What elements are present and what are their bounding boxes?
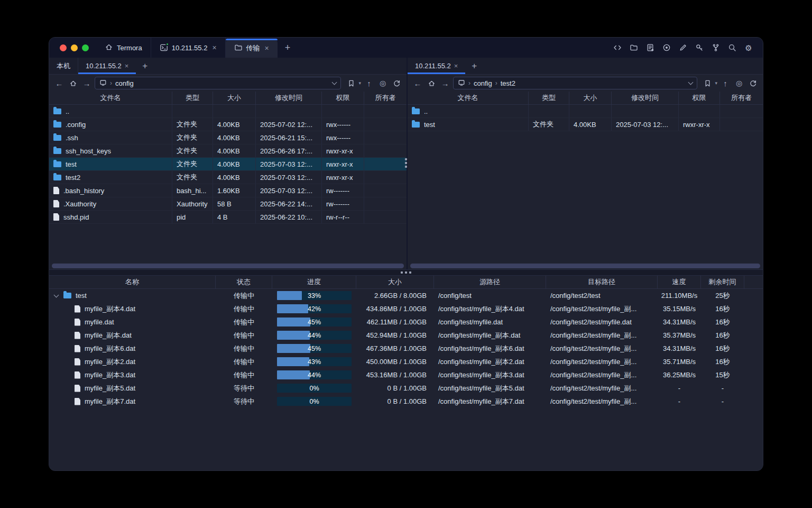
log-icon[interactable] [645,43,655,52]
column-header-modified[interactable]: 修改时间 [256,92,322,104]
close-icon[interactable]: × [212,43,216,52]
close-icon[interactable]: × [125,62,129,70]
home-icon[interactable] [426,77,437,89]
transfer-row[interactable]: myfile_副本.dat 传输中 44% 452.94MB / 1.00GB … [49,329,763,342]
panel-splitter[interactable] [407,58,408,269]
chevron-down-icon[interactable] [688,79,694,85]
code-icon[interactable] [613,43,622,52]
breadcrumb-segment[interactable]: config [474,79,492,87]
show-hidden-icon[interactable]: ◎ [733,77,745,89]
transfer-row[interactable]: myfile_副本7.dat 等待中 0% 0 B / 1.00GB /conf… [49,395,763,408]
edit-icon[interactable] [678,43,688,52]
scrollbar-thumb[interactable] [52,264,404,268]
breadcrumb[interactable]: › config [95,77,341,89]
tab-transfer[interactable]: 传输 × [226,39,278,58]
column-header-remaining[interactable]: 剩余时间 [701,276,744,288]
progress-bar: 44% [277,331,352,340]
file-row[interactable]: .Xauthority Xauthority 58 B 2025-06-22 1… [49,197,407,211]
forward-icon[interactable]: → [81,77,93,89]
progress-bar: 0% [277,397,352,406]
new-tab-button[interactable]: + [278,38,298,58]
column-header-owner[interactable]: 所有者 [720,92,763,104]
close-icon[interactable]: × [265,44,269,52]
file-row[interactable]: .ssh 文件夹 4.00KB 2025-06-21 15:... rwx---… [49,131,407,144]
transfer-row[interactable]: myfile_副本4.dat 传输中 42% 434.86MB / 1.00GB… [49,302,763,315]
transfer-row[interactable]: test 传输中 33% 2.66GB / 8.00GB /config/tes… [49,289,763,302]
left-horizontal-scrollbar[interactable] [49,262,407,269]
column-header-owner[interactable]: 所有者 [364,92,407,104]
refresh-icon[interactable] [747,77,759,89]
right-horizontal-scrollbar[interactable] [408,262,763,269]
tab-remote-left[interactable]: 10.211.55.2 × [78,58,136,74]
forward-icon[interactable]: → [439,77,451,89]
close-icon[interactable]: × [454,62,458,70]
back-icon[interactable]: ← [412,77,423,89]
bookmark-dropdown-arrow-icon[interactable]: ▾ [358,80,361,86]
back-icon[interactable]: ← [53,77,65,89]
tab-ssh-session[interactable]: 10.211.55.2 × [151,38,226,58]
file-size: 4.00KB [213,171,256,184]
transfer-row[interactable]: myfile_副本2.dat 传输中 43% 450.00MB / 1.00GB… [49,355,763,368]
folder-icon [63,293,71,298]
minimize-window-button[interactable] [71,44,78,51]
chevron-down-icon[interactable] [54,292,59,297]
breadcrumb-segment[interactable]: test2 [501,79,515,87]
splitter-grip-icon[interactable] [405,158,407,168]
column-header-type[interactable]: 类型 [172,92,213,104]
column-header-type[interactable]: 类型 [529,92,569,104]
breadcrumb[interactable]: › config › test2 [453,77,697,89]
column-header-perms[interactable]: 权限 [322,92,364,104]
breadcrumb-segment[interactable]: config [115,79,134,87]
chevron-down-icon[interactable] [332,79,337,85]
file-row-selected[interactable]: test 文件夹 4.00KB 2025-07-03 12:... rwxr-x… [49,158,407,171]
bookmark-dropdown-arrow-icon[interactable]: ▾ [715,80,717,86]
tab-remote-right[interactable]: 10.211.55.2 × [408,58,465,74]
file-row[interactable]: .. [408,105,763,118]
new-panel-tab-button[interactable]: + [136,58,154,74]
file-row[interactable]: .config 文件夹 4.00KB 2025-07-02 12:... rwx… [49,118,407,131]
column-header-source[interactable]: 源路径 [434,276,546,288]
column-header-status[interactable]: 状态 [216,276,272,288]
column-header-name[interactable]: 名称 [49,276,216,288]
column-header-progress[interactable]: 进度 [272,276,356,288]
branch-icon[interactable] [711,43,721,52]
file-row[interactable]: .bash_history bash_hi... 1.60KB 2025-07-… [49,184,407,197]
folder-icon[interactable] [629,43,639,52]
transfer-row[interactable]: myfile_副本5.dat 等待中 0% 0 B / 1.00GB /conf… [49,382,763,395]
column-header-size[interactable]: 大小 [213,92,256,104]
tab-home[interactable]: Termora [96,38,151,58]
bookmark-icon[interactable] [345,77,357,89]
up-directory-icon[interactable]: ↑ [719,77,731,89]
refresh-icon[interactable] [391,77,402,89]
column-header-perms[interactable]: 权限 [679,92,720,104]
file-row[interactable]: .. [49,105,407,118]
scrollbar-thumb[interactable] [410,264,760,268]
column-header-name[interactable]: 文件名 [408,92,529,104]
file-row[interactable]: ssh_host_keys 文件夹 4.00KB 2025-06-26 17:.… [49,144,407,158]
transfer-row[interactable]: myfile_副本6.dat 传输中 45% 467.36MB / 1.00GB… [49,342,763,355]
tab-local[interactable]: 本机 [49,58,78,74]
file-row[interactable]: sshd.pid pid 4 B 2025-06-22 10:... rw-r-… [49,211,407,224]
home-icon[interactable] [67,77,79,89]
zoom-window-button[interactable] [82,44,89,51]
record-icon[interactable] [662,43,671,52]
key-icon[interactable] [695,43,704,52]
transfer-row[interactable]: myfile.dat 传输中 45% 462.11MB / 1.00GB /co… [49,315,763,329]
column-header-speed[interactable]: 速度 [658,276,701,288]
column-header-name[interactable]: 文件名 [49,92,172,104]
column-header-size[interactable]: 大小 [356,276,434,288]
show-hidden-icon[interactable]: ◎ [377,77,389,89]
column-header-size[interactable]: 大小 [569,92,612,104]
file-row[interactable]: test 文件夹 4.00KB 2025-07-03 12:... rwxr-x… [408,118,763,131]
column-header-modified[interactable]: 修改时间 [612,92,679,104]
file-row[interactable]: test2 文件夹 4.00KB 2025-07-03 12:... rwxr-… [49,171,407,184]
up-directory-icon[interactable]: ↑ [363,77,375,89]
transfer-row[interactable]: myfile_副本3.dat 传输中 44% 453.16MB / 1.00GB… [49,368,763,382]
bookmark-icon[interactable] [702,77,713,89]
new-panel-tab-button[interactable]: + [465,58,483,74]
search-icon[interactable] [727,43,737,52]
column-header-target[interactable]: 目标路径 [546,276,658,288]
settings-icon[interactable]: ⚙ [744,43,753,52]
transfer-splitter[interactable] [49,269,763,276]
close-window-button[interactable] [60,44,67,51]
